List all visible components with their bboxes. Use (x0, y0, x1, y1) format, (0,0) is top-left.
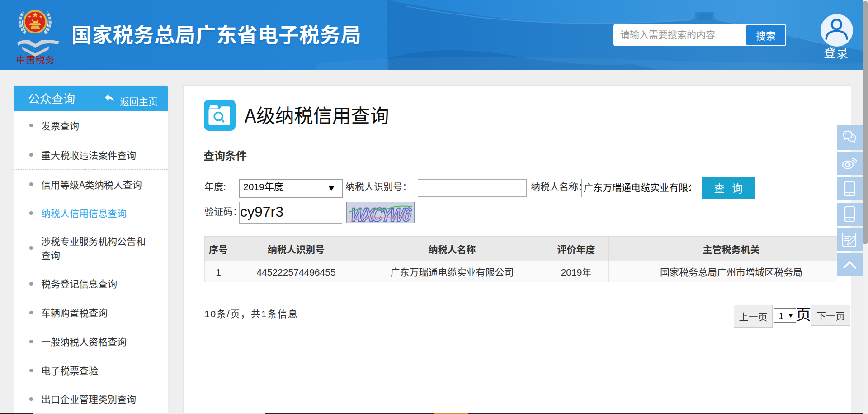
svg-text:WXCYW6: WXCYW6 (350, 204, 412, 223)
svg-text:中国税务: 中国税务 (16, 52, 55, 65)
